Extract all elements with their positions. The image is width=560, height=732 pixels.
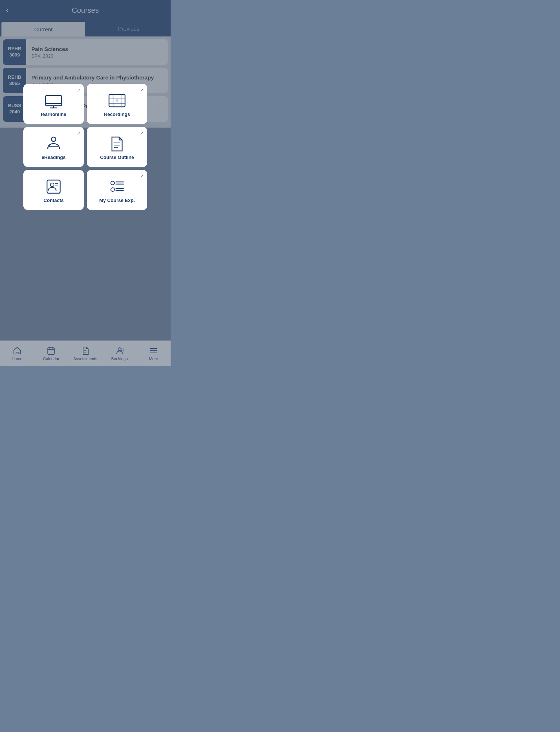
learnonline-icon — [44, 93, 63, 109]
popup-my-course-exp[interactable]: ↗ My Course Exp. — [87, 170, 147, 210]
course-actions-popup: ↗ learnonline ↗ Recordings ↗ eRe — [23, 84, 147, 210]
external-link-icon-recordings: ↗ — [140, 87, 144, 93]
recordings-icon — [108, 93, 127, 109]
ereadings-label: eReadings — [42, 155, 66, 160]
ereadings-icon — [44, 136, 63, 152]
popup-recordings[interactable]: ↗ Recordings — [87, 84, 147, 124]
my-course-exp-label: My Course Exp. — [99, 198, 135, 203]
svg-rect-0 — [46, 96, 62, 106]
external-link-icon-outline: ↗ — [140, 131, 144, 136]
svg-point-9 — [116, 99, 118, 102]
svg-point-22 — [111, 188, 114, 191]
svg-rect-15 — [47, 180, 60, 193]
popup-course-outline[interactable]: ↗ Course Outline — [87, 127, 147, 167]
external-link-icon: ↗ — [77, 87, 80, 93]
svg-point-19 — [111, 181, 114, 185]
external-link-icon-ereadings: ↗ — [77, 131, 80, 136]
course-outline-label: Course Outline — [100, 155, 134, 160]
my-course-exp-icon — [108, 179, 127, 195]
contacts-label: Contacts — [43, 198, 64, 203]
svg-point-16 — [50, 183, 54, 187]
external-link-icon-exp: ↗ — [140, 174, 144, 179]
popup-ereadings[interactable]: ↗ eReadings — [23, 127, 84, 167]
course-outline-icon — [108, 136, 127, 152]
popup-contacts[interactable]: Contacts — [23, 170, 84, 210]
contacts-icon — [44, 179, 63, 195]
popup-learnonline[interactable]: ↗ learnonline — [23, 84, 84, 124]
svg-point-10 — [51, 137, 56, 141]
recordings-label: Recordings — [104, 112, 130, 117]
learnonline-label: learnonline — [41, 112, 66, 117]
